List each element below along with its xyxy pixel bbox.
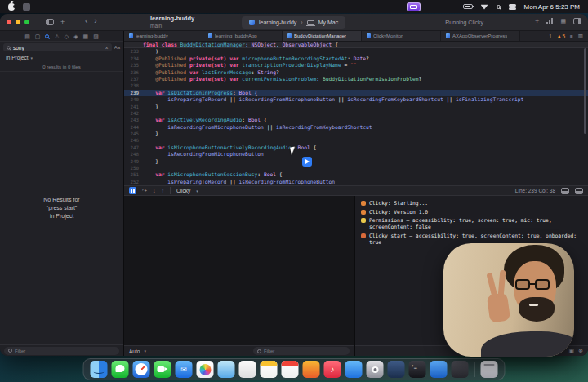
- dock-icon-finder[interactable]: [91, 361, 108, 378]
- warning-badge[interactable]: ▲ 5: [557, 33, 565, 39]
- tab-axappobserverprogress[interactable]: AXAppObserverProgress: [441, 31, 520, 41]
- code-line[interactable]: 241 }: [124, 104, 588, 110]
- editor-scrollbar[interactable]: [584, 48, 586, 134]
- dock-icon-music[interactable]: ♪: [324, 361, 341, 378]
- toggle-navigator-icon[interactable]: [46, 19, 54, 25]
- dock-icon-xcode[interactable]: [388, 361, 405, 378]
- sticky-scope-header[interactable]: final class BuddyDictationManager: NSObj…: [124, 42, 588, 48]
- bookmarks-navigator-icon[interactable]: ▢: [35, 33, 41, 39]
- code-line[interactable]: 240 isPreparingToRecord || isRecordingFr…: [124, 96, 588, 103]
- project-navigator-icon[interactable]: ▤: [24, 33, 30, 39]
- toggle-console-icon[interactable]: [575, 188, 583, 194]
- close-window-button[interactable]: [7, 20, 11, 24]
- forward-icon[interactable]: ›: [94, 16, 96, 25]
- scheme-selector[interactable]: learning-buddy › My Mac: [242, 16, 345, 29]
- code-editor[interactable]: final class BuddyDictationManager: NSObj…: [124, 42, 588, 185]
- code-line[interactable]: 247 var isMicrophoneButtonActivelyRecord…: [124, 144, 588, 151]
- spotlight-search-icon[interactable]: [497, 5, 501, 9]
- step-into-icon[interactable]: ↓: [153, 188, 156, 193]
- tab-learning_buddyapp[interactable]: learning_buddyApp: [203, 31, 283, 41]
- dock-icon-launchpad[interactable]: [303, 361, 320, 378]
- dock-icon-mail[interactable]: ✉: [176, 361, 193, 378]
- navigator-filter-input[interactable]: Filter: [4, 347, 119, 355]
- error-count[interactable]: 1: [549, 33, 552, 39]
- issues-navigator-icon[interactable]: ⚠: [54, 33, 59, 39]
- code-line[interactable]: 234 @Published private(set) var micropho…: [124, 56, 588, 62]
- dock-icon-facetime[interactable]: [154, 361, 172, 378]
- search-navigator-icon[interactable]: [45, 33, 49, 39]
- run-destination[interactable]: My Mac: [318, 20, 339, 25]
- dock-icon-notes[interactable]: [261, 361, 278, 378]
- breakpoints-navigator-icon[interactable]: ▦: [83, 33, 89, 39]
- code-line[interactable]: 244 isRecordingFromMicrophoneButton || i…: [124, 124, 588, 131]
- tab-learning-buddy[interactable]: learning-buddy: [124, 31, 203, 41]
- debug-process-name[interactable]: Clicky: [176, 188, 190, 193]
- add-item-icon[interactable]: +: [535, 18, 539, 24]
- new-tab-icon[interactable]: +: [60, 19, 65, 25]
- dock-icon-messages[interactable]: [112, 361, 129, 378]
- code-line[interactable]: 242: [124, 110, 588, 117]
- code-line[interactable]: 252 isPreparingToRecord || isRecordingFr…: [124, 179, 588, 185]
- adjust-editor-icon[interactable]: ≡: [570, 33, 573, 39]
- dock-icon-system-settings[interactable]: [367, 361, 384, 378]
- match-case-toggle[interactable]: Aa: [114, 45, 120, 50]
- debug-navigator-icon[interactable]: ◈: [74, 33, 78, 39]
- editor-options-icon[interactable]: ▥: [578, 33, 583, 39]
- code-line[interactable]: 239 var isDictationInProgress: Bool {: [124, 90, 588, 96]
- code-line[interactable]: 237 @Published private(set) var currentP…: [124, 76, 588, 82]
- dock-icon-vscode[interactable]: [430, 361, 448, 378]
- clear-search-icon[interactable]: ×: [105, 45, 109, 51]
- dock-icon-trash[interactable]: [481, 361, 498, 378]
- scheme-name[interactable]: learning-buddy: [259, 20, 296, 25]
- step-over-icon[interactable]: ↷: [142, 188, 147, 194]
- dock-icon-utility[interactable]: [452, 361, 469, 378]
- code-line[interactable]: 238: [124, 82, 588, 89]
- toggle-variables-view-icon[interactable]: [561, 188, 569, 194]
- git-branch[interactable]: main: [150, 23, 194, 30]
- battery-icon[interactable]: [463, 4, 473, 9]
- dock-icon-freeform[interactable]: [239, 361, 256, 378]
- dock-icon-app-store[interactable]: [345, 361, 363, 378]
- dock-icon-safari[interactable]: [133, 361, 150, 378]
- control-center-icon[interactable]: [509, 4, 516, 10]
- variables-scope-selector[interactable]: Auto: [129, 349, 140, 354]
- reports-navigator-icon[interactable]: ▨: [93, 33, 99, 39]
- minimize-window-button[interactable]: [16, 20, 20, 24]
- search-input[interactable]: sony ×: [3, 43, 112, 51]
- app-menu-icon[interactable]: [23, 3, 30, 11]
- library-icon[interactable]: ▦: [560, 18, 566, 24]
- code-line[interactable]: 250: [124, 165, 588, 171]
- step-out-icon[interactable]: ↑: [161, 188, 164, 193]
- code-line[interactable]: 249 }: [124, 158, 588, 165]
- tab-clickymonitor[interactable]: ClickyMonitor: [362, 31, 441, 41]
- menubar-clock[interactable]: Mon Apr 6 5:23 PM: [524, 3, 580, 11]
- variables-filter-input[interactable]: Filter: [253, 347, 350, 355]
- dock-icon-calendar[interactable]: [282, 361, 299, 378]
- search-scope[interactable]: In Project: [6, 55, 28, 60]
- dock-icon-maps[interactable]: [218, 361, 235, 378]
- clear-console-icon[interactable]: ⊗: [578, 348, 583, 354]
- apple-menu-icon[interactable]: [8, 3, 15, 11]
- variables-content[interactable]: [124, 196, 354, 345]
- code-line[interactable]: 235 @Published private(set) var transcri…: [124, 62, 588, 69]
- zoom-window-button[interactable]: [24, 20, 29, 24]
- screen-recording-indicator-icon[interactable]: [407, 2, 421, 11]
- code-line[interactable]: 246: [124, 137, 588, 144]
- code-line[interactable]: 243 var isActivelyRecordingAudio: Bool {: [124, 117, 588, 123]
- code-line[interactable]: 251 var isMicrophoneButtonSessionBusy: B…: [124, 171, 588, 178]
- code-line[interactable]: 236 @Published var lastErrorMessage: Str…: [124, 69, 588, 76]
- activity-status[interactable]: Running Clicky: [445, 20, 483, 25]
- toggle-inspector-icon[interactable]: [573, 18, 581, 24]
- code-line[interactable]: 233 ): [124, 48, 588, 55]
- tests-navigator-icon[interactable]: ◇: [65, 33, 69, 39]
- dock-icon-terminal[interactable]: ›_: [409, 361, 426, 378]
- dock-icon-photos[interactable]: [197, 361, 214, 378]
- activity-chart-icon[interactable]: [546, 18, 553, 24]
- console-options-icon[interactable]: ▣: [569, 348, 575, 354]
- tab-buddydictationmanager[interactable]: BuddyDictationManager: [283, 31, 362, 41]
- code-line[interactable]: 245 }: [124, 131, 588, 137]
- pause-execution-button[interactable]: [129, 187, 136, 194]
- back-icon[interactable]: ‹: [85, 16, 87, 25]
- wifi-icon[interactable]: [481, 4, 488, 10]
- search-scope-row[interactable]: In Project ▾: [0, 53, 123, 62]
